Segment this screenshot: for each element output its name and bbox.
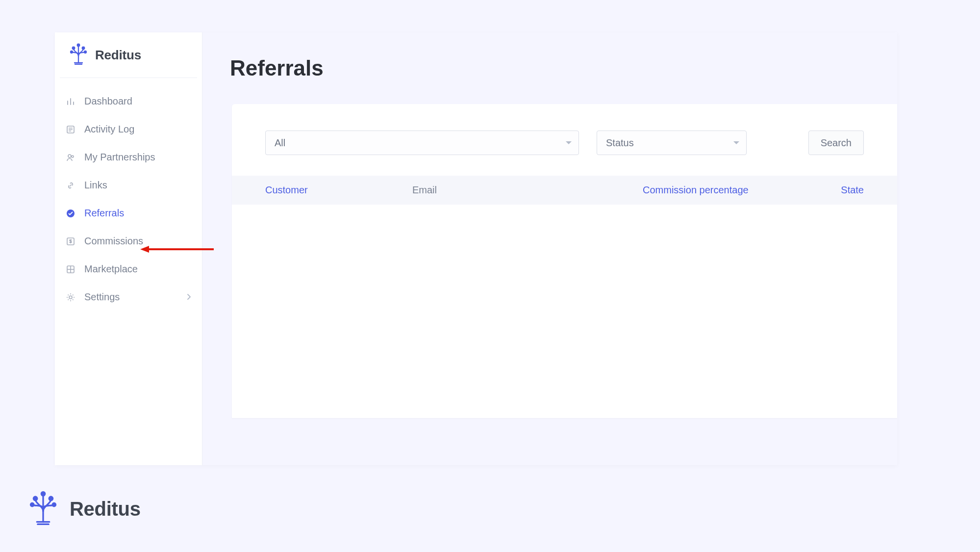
sidebar-item-label: My Partnerships <box>84 152 155 163</box>
partner-filter-select[interactable]: All <box>265 131 579 155</box>
caret-down-icon <box>733 141 739 144</box>
table-header: Customer Email Commission percentage Sta… <box>232 176 897 205</box>
gear-icon <box>66 292 75 302</box>
svg-point-19 <box>69 296 72 299</box>
svg-point-13 <box>72 156 74 158</box>
brand-name: Reditus <box>95 48 141 63</box>
external-brand-name: Reditus <box>70 498 141 520</box>
grid-icon <box>66 264 75 274</box>
chevron-right-icon <box>186 291 191 303</box>
brand: Reditus <box>60 43 197 78</box>
svg-point-2 <box>77 44 80 47</box>
filters-row: All Status Search <box>232 131 897 176</box>
svg-point-12 <box>68 155 71 158</box>
users-icon <box>66 153 75 162</box>
dollar-icon <box>66 237 75 246</box>
sidebar-item-label: Settings <box>84 291 120 303</box>
sidebar-nav: Dashboard Activity Log My Partnerships <box>55 84 202 315</box>
svg-point-24 <box>41 492 45 496</box>
brand-logo-icon <box>69 43 88 67</box>
column-header-email: Email <box>412 184 643 196</box>
sidebar-item-commissions[interactable]: Commissions <box>60 228 197 255</box>
sidebar: Reditus Dashboard Activity Log <box>55 32 202 465</box>
sidebar-item-settings[interactable]: Settings <box>60 284 197 311</box>
select-value: All <box>275 137 285 149</box>
status-filter-select[interactable]: Status <box>597 131 747 155</box>
sidebar-item-activity-log[interactable]: Activity Log <box>60 116 197 143</box>
page-title: Referrals <box>230 56 897 80</box>
caret-down-icon <box>566 141 572 144</box>
sidebar-item-label: Activity Log <box>84 124 134 135</box>
main-content: Referrals All Status Search Customer Ema <box>202 32 897 465</box>
sidebar-item-label: Dashboard <box>84 96 132 107</box>
column-header-customer[interactable]: Customer <box>265 184 412 196</box>
external-brand: Reditus <box>27 491 141 527</box>
check-circle-icon <box>66 209 75 218</box>
sidebar-item-label: Referrals <box>84 208 124 219</box>
sidebar-item-referrals[interactable]: Referrals <box>60 200 197 227</box>
search-button[interactable]: Search <box>808 131 864 155</box>
referrals-panel: All Status Search Customer Email Commiss… <box>232 104 897 418</box>
link-icon <box>66 181 75 190</box>
column-header-commission[interactable]: Commission percentage <box>643 184 790 196</box>
svg-point-22 <box>33 497 37 500</box>
sidebar-item-links[interactable]: Links <box>60 172 197 199</box>
bar-chart-icon <box>66 97 75 106</box>
sidebar-item-my-partnerships[interactable]: My Partnerships <box>60 144 197 171</box>
sidebar-item-marketplace[interactable]: Marketplace <box>60 256 197 283</box>
svg-point-0 <box>73 47 75 50</box>
sidebar-item-label: Marketplace <box>84 263 138 275</box>
svg-point-1 <box>82 47 85 50</box>
app-window: Reditus Dashboard Activity Log <box>55 32 897 465</box>
sidebar-item-label: Links <box>84 180 107 191</box>
select-value: Status <box>606 137 634 149</box>
list-icon <box>66 125 75 134</box>
svg-point-23 <box>49 497 52 500</box>
sidebar-item-label: Commissions <box>84 236 143 247</box>
sidebar-item-dashboard[interactable]: Dashboard <box>60 88 197 115</box>
brand-logo-icon <box>27 491 59 527</box>
column-header-state[interactable]: State <box>841 184 864 196</box>
